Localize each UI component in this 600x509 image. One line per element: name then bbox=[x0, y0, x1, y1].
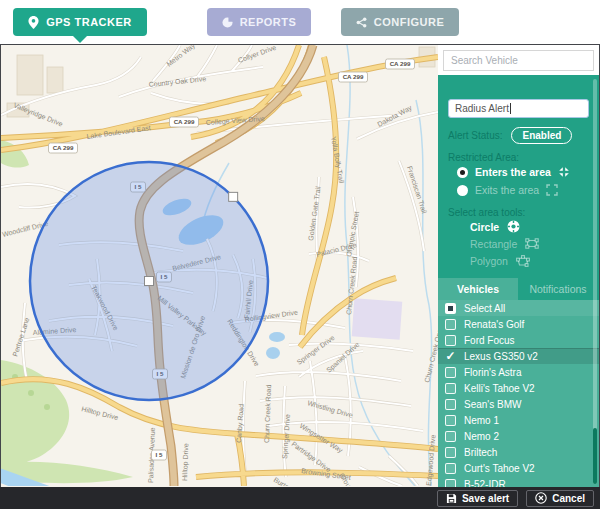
vehicle-name: Renata's Golf bbox=[464, 319, 524, 330]
exits-area-option[interactable]: Exits the area bbox=[448, 181, 589, 199]
select-all-row[interactable]: Select All bbox=[438, 300, 599, 316]
vehicle-checkbox[interactable] bbox=[445, 415, 456, 426]
vehicle-checkbox[interactable]: ✓ bbox=[445, 351, 456, 362]
alert-name-input[interactable]: Radius Alert bbox=[448, 99, 589, 118]
enters-area-radio[interactable] bbox=[457, 167, 468, 178]
vehicle-checkbox[interactable] bbox=[445, 383, 456, 394]
vehicle-list: Select All Renata's Golf Ford Focus ✓ Le… bbox=[438, 300, 599, 487]
vehicle-checkbox[interactable] bbox=[445, 463, 456, 474]
restricted-area-label: Restricted Area: bbox=[448, 152, 589, 163]
map-svg: Valleyridge DriveCountry Oak DriveMetro … bbox=[1, 45, 438, 486]
route-shield: I 5 bbox=[152, 450, 167, 460]
polygon-tool-icon bbox=[516, 255, 530, 267]
svg-text:CA 299: CA 299 bbox=[53, 144, 74, 151]
reports-nav-button[interactable]: REPORTS bbox=[207, 8, 311, 36]
circle-tool-icon bbox=[507, 220, 520, 233]
vehicle-checkbox[interactable] bbox=[445, 399, 456, 410]
exits-area-radio[interactable] bbox=[457, 185, 468, 196]
vehicle-row[interactable]: Florin's Astra bbox=[438, 364, 599, 380]
tab-vehicles[interactable]: Vehicles bbox=[438, 278, 518, 300]
rectangle-tool[interactable]: Rectangle bbox=[448, 235, 589, 252]
configure-nav-label: CONFIGURE bbox=[374, 16, 445, 28]
route-shield: CA 299 bbox=[170, 117, 199, 127]
vehicle-row[interactable]: Nemo 2 bbox=[438, 428, 599, 444]
vehicle-checkbox[interactable] bbox=[445, 447, 456, 458]
vehicle-row[interactable]: Ford Focus bbox=[438, 332, 599, 348]
select-all-label: Select All bbox=[464, 303, 505, 314]
vehicle-row[interactable]: ✓ Lexus GS350 v2 bbox=[438, 348, 599, 364]
svg-text:CA 299: CA 299 bbox=[343, 73, 364, 80]
vehicle-row[interactable]: Briltech bbox=[438, 444, 599, 460]
rectangle-tool-icon bbox=[525, 238, 539, 249]
vehicle-checkbox[interactable] bbox=[445, 367, 456, 378]
gps-tracker-nav-button[interactable]: GPS TRACKER bbox=[13, 8, 147, 36]
reports-nav-label: REPORTS bbox=[240, 16, 297, 28]
rectangle-tool-label: Rectangle bbox=[470, 238, 517, 250]
vehicle-checkbox[interactable] bbox=[445, 335, 456, 346]
panel-tabs: Vehicles Notifications bbox=[438, 278, 599, 300]
panel-scrollbar-thumb[interactable] bbox=[593, 428, 597, 484]
circle-center-handle[interactable] bbox=[145, 277, 154, 286]
polygon-tool-label: Polygon bbox=[470, 255, 508, 267]
vehicle-name: B-52-IDR bbox=[464, 479, 506, 488]
area-tools-label: Select area tools: bbox=[448, 207, 589, 218]
configure-nav-button[interactable]: CONFIGURE bbox=[341, 8, 459, 36]
vehicle-name: Nemo 2 bbox=[464, 431, 499, 442]
vehicle-name: Curt's Tahoe V2 bbox=[464, 463, 535, 474]
search-strip bbox=[438, 45, 599, 75]
alert-side-panel: Radius Alert Alert Status: Enabled Restr… bbox=[438, 45, 599, 487]
svg-text:I 5: I 5 bbox=[156, 451, 163, 458]
vehicle-row[interactable]: B-52-IDR bbox=[438, 476, 599, 487]
route-shield: CA 299 bbox=[49, 143, 78, 153]
school-area bbox=[352, 298, 403, 339]
alert-status-toggle[interactable]: Enabled bbox=[511, 127, 572, 144]
share-network-icon bbox=[356, 17, 367, 28]
cancel-label: Cancel bbox=[552, 493, 585, 504]
vehicle-name: Lexus GS350 v2 bbox=[464, 351, 538, 362]
cancel-button[interactable]: Cancel bbox=[526, 490, 594, 507]
vehicle-name: Ford Focus bbox=[464, 335, 515, 346]
circle-tool[interactable]: Circle bbox=[448, 218, 589, 235]
footer-bar: Save alert Cancel bbox=[0, 487, 600, 509]
vehicle-row[interactable]: Curt's Tahoe V2 bbox=[438, 460, 599, 476]
gps-tracker-app: GPS TRACKER REPORTS CONFIGURE bbox=[0, 0, 600, 509]
panel-scrollbar-track[interactable] bbox=[593, 79, 597, 484]
compress-arrows-icon bbox=[558, 166, 570, 178]
vehicle-row[interactable]: Kelli's Tahoe V2 bbox=[438, 380, 599, 396]
vehicle-name: Kelli's Tahoe V2 bbox=[464, 383, 535, 394]
route-shield: CA 299 bbox=[386, 59, 415, 69]
alert-form: Radius Alert Alert Status: Enabled Restr… bbox=[438, 75, 599, 269]
vehicle-row[interactable]: Nemo 1 bbox=[438, 412, 599, 428]
svg-text:CA 299: CA 299 bbox=[174, 118, 195, 125]
polygon-tool[interactable]: Polygon bbox=[448, 252, 589, 269]
vehicle-row[interactable]: Sean's BMW bbox=[438, 396, 599, 412]
save-alert-button[interactable]: Save alert bbox=[437, 490, 518, 507]
map-pin-icon bbox=[28, 16, 39, 29]
svg-text:CA 299: CA 299 bbox=[390, 60, 411, 67]
vehicle-name: Briltech bbox=[464, 447, 497, 458]
vehicle-checkbox[interactable] bbox=[445, 431, 456, 442]
vehicle-name: Nemo 1 bbox=[464, 415, 499, 426]
save-icon bbox=[446, 493, 457, 504]
search-vehicle-input[interactable] bbox=[443, 50, 594, 71]
circle-edge-handle[interactable] bbox=[229, 192, 238, 201]
circle-tool-label: Circle bbox=[470, 221, 499, 233]
content-frame: Valleyridge DriveCountry Oak DriveMetro … bbox=[0, 44, 600, 487]
tree-icon bbox=[28, 390, 34, 396]
vehicle-row[interactable]: Renata's Golf bbox=[438, 316, 599, 332]
gps-tracker-nav-label: GPS TRACKER bbox=[46, 16, 132, 28]
alert-status-label: Alert Status: bbox=[448, 130, 502, 141]
enters-area-label: Enters the area bbox=[475, 166, 551, 178]
tree-icon bbox=[44, 404, 50, 410]
map-canvas[interactable]: Valleyridge DriveCountry Oak DriveMetro … bbox=[1, 45, 438, 486]
cancel-circle-x-icon bbox=[535, 492, 547, 504]
expand-arrows-icon bbox=[546, 184, 558, 196]
vehicle-checkbox[interactable] bbox=[445, 479, 456, 488]
tab-notifications[interactable]: Notifications bbox=[518, 278, 598, 300]
vehicle-name: Sean's BMW bbox=[464, 399, 521, 410]
vehicle-checkbox[interactable] bbox=[445, 319, 456, 330]
vehicle-name: Florin's Astra bbox=[464, 367, 521, 378]
select-all-checkbox[interactable] bbox=[445, 303, 456, 314]
enters-area-option[interactable]: Enters the area bbox=[448, 163, 589, 181]
pie-chart-icon bbox=[222, 17, 233, 28]
